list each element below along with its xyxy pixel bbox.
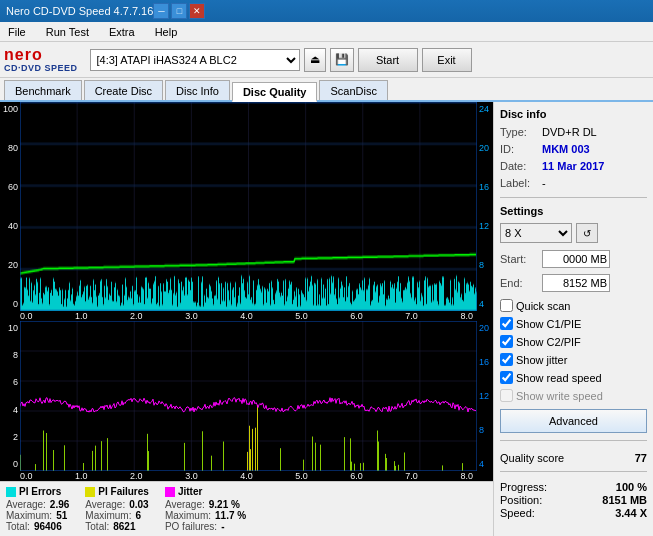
start-key: Start: (500, 253, 538, 265)
disc-info-title: Disc info (500, 108, 647, 120)
pi-failures-total-key: Total: (85, 521, 109, 532)
pi-errors-legend-dot (6, 487, 16, 497)
menu-extra[interactable]: Extra (105, 24, 139, 40)
show-read-checkbox[interactable] (500, 371, 513, 384)
quality-score-val: 77 (635, 452, 647, 464)
show-write-row: Show write speed (500, 389, 647, 402)
save-icon-button[interactable]: 💾 (330, 48, 354, 72)
chart1-y-left: 100806040200 (0, 102, 20, 311)
position-key: Position: (500, 494, 542, 506)
jitter-label: Jitter (178, 486, 202, 497)
chart1-y-right: 2420161284 (477, 102, 493, 311)
show-write-checkbox[interactable] (500, 389, 513, 402)
quality-score-label: Quality score (500, 452, 564, 464)
tab-disc-info[interactable]: Disc Info (165, 80, 230, 100)
date-key: Date: (500, 160, 538, 172)
jitter-stat: Jitter Average: 9.21 % Maximum: 11.7 % P… (165, 486, 246, 532)
show-jitter-row: Show jitter (500, 353, 647, 366)
divider-1 (500, 197, 647, 198)
progress-section: Progress: 100 % Position: 8151 MB Speed:… (500, 481, 647, 520)
po-failures-val: - (221, 521, 224, 532)
pi-errors-avg-val: 2.96 (50, 499, 69, 510)
show-c2pif-label[interactable]: Show C2/PIF (516, 336, 581, 348)
show-read-row: Show read speed (500, 371, 647, 384)
label-val: - (542, 177, 546, 189)
quick-scan-label[interactable]: Quick scan (516, 300, 570, 312)
tabs-bar: Benchmark Create Disc Disc Info Disc Qua… (0, 78, 653, 102)
jitter-avg-key: Average: (165, 499, 205, 510)
settings-title: Settings (500, 205, 647, 217)
start-input[interactable] (542, 250, 610, 268)
start-button[interactable]: Start (358, 48, 418, 72)
position-val: 8151 MB (602, 494, 647, 506)
type-key: Type: (500, 126, 538, 138)
pi-errors-max-val: 51 (56, 510, 67, 521)
speed-select[interactable]: 8 X (500, 223, 572, 243)
pi-failures-label: PI Failures (98, 486, 149, 497)
divider-2 (500, 440, 647, 441)
nero-logo: nero CD·DVD SPEED (4, 47, 78, 73)
pi-errors-stat: PI Errors Average: 2.96 Maximum: 51 Tota… (6, 486, 69, 532)
chart2-y-right: 20161284 (477, 321, 493, 471)
main-content: 100806040200 2420161284 0.01.02.03.04.05… (0, 102, 653, 536)
show-c2pif-row: Show C2/PIF (500, 335, 647, 348)
label-key: Label: (500, 177, 538, 189)
end-input[interactable] (542, 274, 610, 292)
maximize-button[interactable]: □ (171, 3, 187, 19)
end-key: End: (500, 277, 538, 289)
speed-key: Speed: (500, 507, 535, 519)
eject-icon-button[interactable]: ⏏ (304, 48, 326, 72)
show-c1pie-label[interactable]: Show C1/PIE (516, 318, 581, 330)
quality-row: Quality score 77 (500, 452, 647, 464)
tab-benchmark[interactable]: Benchmark (4, 80, 82, 100)
show-jitter-checkbox[interactable] (500, 353, 513, 366)
menu-file[interactable]: File (4, 24, 30, 40)
chart2-y-left: 1086420 (0, 321, 20, 471)
pi-failures-stat: PI Failures Average: 0.03 Maximum: 6 Tot… (85, 486, 149, 532)
pi-failures-avg-val: 0.03 (129, 499, 148, 510)
exit-button[interactable]: Exit (422, 48, 472, 72)
close-button[interactable]: ✕ (189, 3, 205, 19)
progress-val: 100 % (616, 481, 647, 493)
quick-scan-checkbox[interactable] (500, 299, 513, 312)
app-title: Nero CD-DVD Speed 4.7.7.16 (6, 5, 153, 17)
pi-failures-legend-dot (85, 487, 95, 497)
jitter-avg-val: 9.21 % (209, 499, 240, 510)
tab-scandisc[interactable]: ScanDisc (319, 80, 387, 100)
menu-run-test[interactable]: Run Test (42, 24, 93, 40)
type-val: DVD+R DL (542, 126, 597, 138)
titlebar: Nero CD-DVD Speed 4.7.7.16 ─ □ ✕ (0, 0, 653, 22)
speed-val: 3.44 X (615, 507, 647, 519)
id-key: ID: (500, 143, 538, 155)
jitter-max-key: Maximum: (165, 510, 211, 521)
pi-errors-label: PI Errors (19, 486, 61, 497)
pi-failures-total-val: 8621 (113, 521, 135, 532)
advanced-button[interactable]: Advanced (500, 409, 647, 433)
refresh-icon-button[interactable]: ↺ (576, 223, 598, 243)
progress-key: Progress: (500, 481, 547, 493)
pi-failures-avg-key: Average: (85, 499, 125, 510)
chart1-canvas (20, 102, 477, 311)
jitter-legend-dot (165, 487, 175, 497)
menu-help[interactable]: Help (151, 24, 182, 40)
right-panel: Disc info Type: DVD+R DL ID: MKM 003 Dat… (493, 102, 653, 536)
menubar: File Run Test Extra Help (0, 22, 653, 42)
show-c2pif-checkbox[interactable] (500, 335, 513, 348)
jitter-max-val: 11.7 % (215, 510, 246, 521)
drive-select[interactable]: [4:3] ATAPI iHAS324 A BLC2 (90, 49, 300, 71)
id-val: MKM 003 (542, 143, 590, 155)
minimize-button[interactable]: ─ (153, 3, 169, 19)
tab-create-disc[interactable]: Create Disc (84, 80, 163, 100)
quick-scan-row: Quick scan (500, 299, 647, 312)
toolbar: nero CD·DVD SPEED [4:3] ATAPI iHAS324 A … (0, 42, 653, 78)
tab-disc-quality[interactable]: Disc Quality (232, 82, 318, 102)
show-c1pie-checkbox[interactable] (500, 317, 513, 330)
po-failures-label: PO failures: (165, 521, 217, 532)
chart2-x-axis: 0.01.02.03.04.05.06.07.08.0 (0, 471, 493, 481)
show-c1pie-row: Show C1/PIE (500, 317, 647, 330)
chart1-x-axis: 0.01.02.03.04.05.06.07.08.0 (0, 311, 493, 321)
pi-errors-total-val: 96406 (34, 521, 62, 532)
show-jitter-label[interactable]: Show jitter (516, 354, 567, 366)
pi-errors-total-key: Total: (6, 521, 30, 532)
show-read-label[interactable]: Show read speed (516, 372, 602, 384)
